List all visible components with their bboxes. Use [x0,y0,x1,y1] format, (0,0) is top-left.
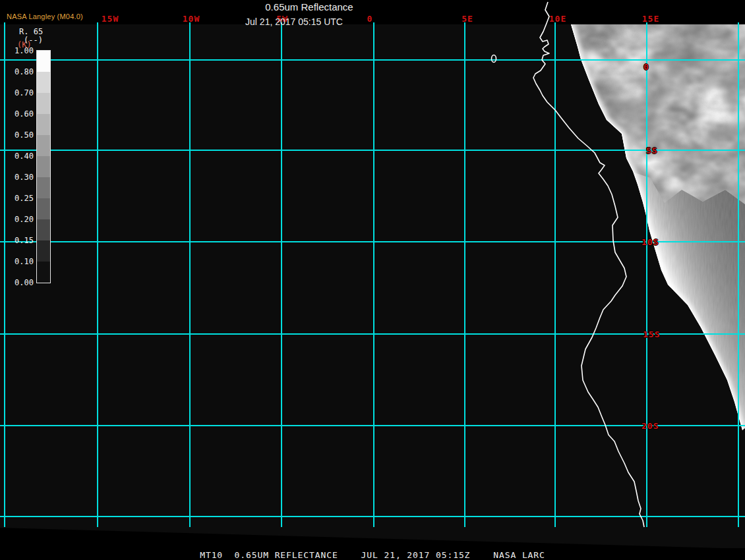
image-title: 0.65um Reflectance [210,1,408,13]
colorbar-tick-025: 0.25 [6,194,34,203]
longitude-label-15w: 15W [97,14,123,24]
satellite-image-viewer: NASA Langley (M04.0) 0.65um Reflectance … [0,0,745,560]
footer-bar: MT10 0.65UM REFLECTANCE JUL 21, 2017 05:… [0,548,745,560]
latitude-label-10s: 10S [641,237,659,247]
colorbar-tick-070: 0.70 [6,88,34,98]
latitude-label-15s: 15S [643,329,660,339]
colorbar-tick-000: 0.00 [6,278,34,287]
longitude-label-5e: 5E [454,14,481,24]
credit-text: NASA Langley (M04.0) [7,13,83,20]
colorbar-tick-030: 0.30 [6,173,34,182]
colorbar-tick-100: 1.00 [6,46,34,55]
colorbar-title: R. 65 [19,27,43,36]
colorbar-strip [37,51,51,283]
map-canvas [0,0,745,560]
colorbar-tick-015: 0.15 [6,236,34,245]
footer-caption: MT10 0.65UM REFLECTANCE JUL 21, 2017 05:… [200,550,545,560]
colorbar-units: (--) [24,36,43,45]
latitude-label-0: 0 [643,62,649,72]
colorbar-tick-020: 0.20 [6,215,34,224]
colorbar-tick-010: 0.10 [6,257,34,266]
longitude-label-15e: 15E [638,14,664,24]
colorbar-tick-050: 0.50 [6,130,34,140]
colorbar-tick-060: 0.60 [6,109,34,119]
latitude-label-20s: 20S [641,421,659,431]
latitude-label-5s: 5S [646,146,658,155]
image-timestamp: Jul 21, 2017 05:15 UTC [195,16,393,27]
colorbar-tick-080: 0.80 [6,67,34,76]
longitude-label-10e: 10E [545,14,571,24]
colorbar-tick-040: 0.40 [6,152,34,161]
